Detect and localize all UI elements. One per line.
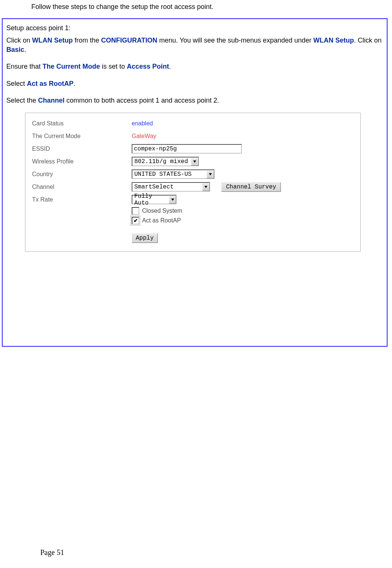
channel-value: SmartSelect	[134, 183, 175, 191]
current-mode-label: The Current Mode	[32, 133, 132, 140]
wlan-setup-term: WLAN Setup	[32, 37, 73, 44]
instruction-1: Click on WLAN Setup from the CONFIGURATI…	[6, 36, 383, 54]
check-icon: ✔	[134, 218, 138, 224]
text: Select	[6, 80, 27, 87]
wlan-setup-term: WLAN Setup	[313, 37, 354, 44]
text: . Click on	[354, 37, 382, 44]
instruction-2: Ensure that The Current Mode is set to A…	[6, 62, 383, 71]
wireless-profile-label: Wireless Profile	[32, 158, 132, 165]
instruction-box: Setup access point 1: Click on WLAN Setu…	[2, 18, 388, 347]
configuration-term: CONFIGURATION	[101, 37, 157, 44]
closed-system-row: Closed System	[132, 207, 354, 215]
text: is set to	[100, 63, 127, 70]
text: Click on	[6, 37, 32, 44]
wireless-profile-value: 802.11b/g mixed	[134, 158, 189, 165]
tx-rate-value: Fully Auto	[134, 193, 168, 207]
tx-rate-select[interactable]: Fully Auto	[132, 195, 176, 204]
current-mode-row: The Current Mode GateWay	[32, 131, 354, 141]
card-status-label: Card Status	[32, 120, 132, 127]
basic-term: Basic	[6, 46, 24, 53]
channel-row: Channel SmartSelect Channel Survey	[32, 182, 354, 192]
text: .	[24, 46, 26, 53]
chevron-down-icon	[191, 158, 198, 166]
closed-system-checkbox[interactable]	[132, 207, 139, 215]
apply-button[interactable]: Apply	[132, 233, 158, 243]
apply-row: Apply	[132, 233, 354, 243]
card-status-value: enabled	[132, 120, 153, 127]
intro-text: Follow these steps to change the setup t…	[31, 3, 392, 11]
chevron-down-icon	[207, 171, 214, 178]
card-status-row: Card Status enabled	[32, 118, 354, 129]
closed-system-label: Closed System	[142, 207, 182, 214]
act-as-rootap-label: Act as RootAP	[142, 217, 181, 224]
step-heading: Setup access point 1:	[6, 24, 383, 32]
channel-term: Channel	[38, 97, 65, 104]
channel-select[interactable]: SmartSelect	[132, 182, 210, 191]
page-number: Page 51	[40, 548, 64, 557]
access-point-term: Access Point	[127, 63, 169, 70]
country-row: Country UNITED STATES-US	[32, 169, 354, 180]
chevron-down-icon	[169, 196, 176, 204]
text: common to both access point 1 and access…	[65, 97, 219, 104]
tx-rate-label: Tx Rate	[32, 196, 132, 203]
text: Select the	[6, 97, 38, 104]
current-mode-term: The Current Mode	[43, 63, 100, 70]
wireless-profile-select[interactable]: 802.11b/g mixed	[132, 157, 199, 166]
tx-rate-row: Tx Rate Fully Auto	[32, 194, 354, 205]
current-mode-value: GateWay	[132, 133, 156, 140]
text: menu. You will see the sub-menus expande…	[157, 37, 313, 44]
text: .	[169, 63, 171, 70]
essid-input[interactable]	[132, 144, 242, 153]
essid-label: ESSID	[32, 146, 132, 152]
country-label: Country	[32, 171, 132, 178]
act-as-rootap-term: Act as RootAP	[27, 80, 73, 87]
channel-survey-button[interactable]: Channel Survey	[221, 182, 281, 192]
instruction-3: Select Act as RootAP.	[6, 79, 383, 88]
act-as-rootap-checkbox[interactable]: ✔	[132, 217, 139, 224]
essid-row: ESSID	[32, 144, 354, 154]
text: .	[73, 80, 75, 87]
channel-label: Channel	[32, 184, 132, 190]
config-form-panel: Card Status enabled The Current Mode Gat…	[25, 113, 361, 252]
chevron-down-icon	[202, 183, 210, 191]
act-as-rootap-row: ✔ Act as RootAP	[132, 217, 354, 224]
instruction-4: Select the Channel common to both access…	[6, 96, 383, 105]
country-value: UNITED STATES-US	[134, 171, 192, 178]
wireless-profile-row: Wireless Profile 802.11b/g mixed	[32, 156, 354, 167]
text: Ensure that	[6, 63, 43, 70]
text: from the	[73, 37, 101, 44]
country-select[interactable]: UNITED STATES-US	[132, 169, 214, 179]
